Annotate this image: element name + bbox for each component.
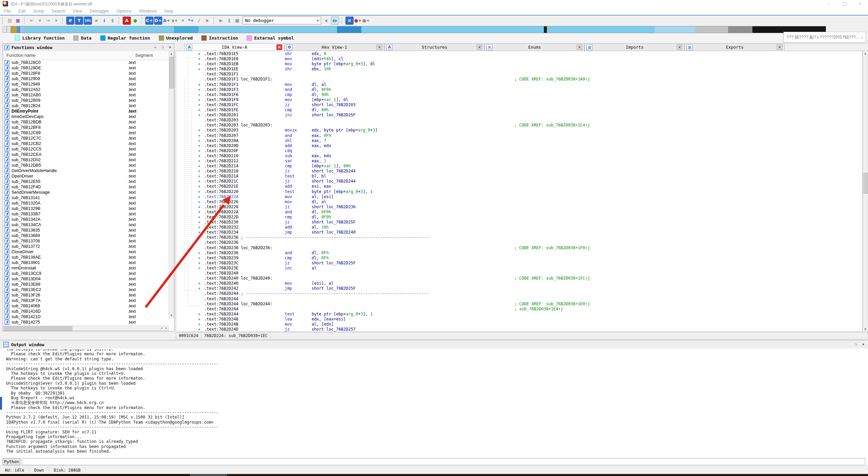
function-row[interactable]: fsub_76B13F7A.text	[3, 298, 169, 303]
tab-close-icon[interactable]: ×	[276, 44, 282, 50]
function-row[interactable]: fsub_76B134CA.text	[3, 222, 169, 228]
debug-run-icon[interactable]: ▶	[217, 17, 225, 24]
disasm-line[interactable]: .text:76B2D20F cdq	[204, 148, 590, 153]
menu-file[interactable]: File	[0, 8, 15, 14]
function-row[interactable]: fsub_76B12AB0.text	[3, 92, 169, 98]
menu-windows[interactable]: Windows	[135, 8, 161, 14]
disasm-line[interactable]: .text:76B2D212 sar eax, 1	[204, 159, 590, 164]
functions-vscrollbar[interactable]: ▲ ▼	[169, 51, 174, 318]
disasm-line[interactable]: .text:76B2D1F1 loc_76B2D1F1: ; CODE XREF…	[204, 77, 590, 82]
function-row[interactable]: fGetDriverModuleHandle.text	[3, 168, 169, 173]
disasm-line[interactable]: .text:76B2D220 test byte ptr [ebp+arg_0+…	[204, 189, 590, 194]
menu-debugger[interactable]: Debugger	[86, 8, 113, 14]
tab-exports[interactable]: ▥Exports×	[684, 43, 785, 51]
tab-close-icon[interactable]: ×	[577, 44, 582, 50]
disasm-line[interactable]: .text:76B2D21A test bl, bl	[204, 174, 590, 179]
menu-view[interactable]: View	[69, 8, 86, 14]
band-left-button[interactable]	[3, 26, 7, 33]
function-row[interactable]: fsub_76B128DE.text	[3, 65, 169, 71]
function-row[interactable]: fsub_76B12CC5.text	[3, 146, 169, 152]
function-row[interactable]: fsub_76B13D04.text	[3, 276, 169, 282]
tab-imports[interactable]: ▤Imports×	[584, 43, 684, 51]
disasm-line[interactable]: .text:76B2D244 loc_76B2D244: ; CODE XREF…	[204, 302, 590, 307]
search-text-icon[interactable]: T	[75, 17, 83, 25]
function-row[interactable]: fsub_76B1342A.text	[3, 217, 169, 222]
disasm-line[interactable]: .text:76B2D20D add eax, edx	[204, 143, 590, 148]
function-row[interactable]: fsub_76B12DB5.text	[3, 163, 169, 168]
function-row[interactable]: fOpenDriver.text	[3, 173, 169, 179]
disasm-line[interactable]: .text:76B2D248 lea edx, [eax+esi]	[204, 317, 590, 322]
functions-column-header[interactable]: Function name Segment	[3, 51, 174, 60]
minimize-button[interactable]: –	[821, 0, 837, 8]
tab-enums[interactable]: ≡Enums×	[484, 43, 584, 51]
edit-icon[interactable]: /	[195, 17, 203, 24]
ow-restore-icon[interactable]: ❐	[853, 342, 859, 347]
disasm-line[interactable]: .text:76B2D21E add esi, eax	[204, 184, 590, 189]
forward-caret-icon[interactable]: ▾	[52, 17, 60, 24]
column-function-name[interactable]: Function name	[6, 53, 35, 58]
disasm-line[interactable]: .text:76B2D224 mov al, [esi]	[204, 194, 590, 199]
function-row[interactable]: fsub_76B12BDB.text	[3, 119, 169, 125]
search-number-icon[interactable]: #	[66, 17, 74, 25]
function-row[interactable]: fsub_76B12CB2.text	[3, 141, 169, 146]
function-row[interactable]: fsub_76B1320A.text	[3, 200, 169, 206]
disasm-line[interactable]: .text:76B2D242 jmp short loc_76B2D25F	[204, 286, 590, 291]
function-row[interactable]: fsub_76B13E88.text	[3, 282, 169, 287]
disasm-line[interactable]: .text:76B2D214 cmp [ebp+var_1], 80h	[204, 164, 590, 169]
disasm-line[interactable]: .text:76B2D232 add al, 10h	[204, 225, 590, 230]
save-icon[interactable]: ▦	[14, 17, 22, 24]
close-button[interactable]: ×	[852, 0, 868, 8]
menu-help[interactable]: Help	[161, 8, 177, 14]
disasm-line[interactable]: .text:76B2D210 sub eax, edx	[204, 153, 590, 159]
function-row[interactable]: fsub_76B12949.text	[3, 81, 169, 87]
breakpoint-list-icon[interactable]: ≡	[345, 17, 354, 25]
disasm-line[interactable]: .text:76B2D201 jnz short loc_76B2D25F	[204, 113, 590, 118]
function-row[interactable]: fsub_76B1421D.text	[3, 314, 169, 319]
breakpoint-add-icon[interactable]: ●+	[354, 17, 362, 24]
create-string-icon[interactable]: s+	[171, 17, 178, 24]
disasm-line[interactable]: .text:76B2D22A and dl, 0F0h	[204, 210, 590, 215]
navigation-band[interactable]	[11, 26, 826, 33]
tab-structures[interactable]: AStructures×	[384, 43, 484, 51]
function-row[interactable]: fsub_76B13708.text	[3, 238, 169, 244]
function-row[interactable]: fsub_76B12D02.text	[3, 157, 169, 163]
function-row[interactable]: fsub_76B13689.text	[3, 233, 169, 238]
run-to-cursor-icon[interactable]: c▸	[331, 17, 339, 25]
create-function-icon[interactable]: *+	[187, 17, 195, 24]
disasm-line[interactable]: .text:76B2D1F9 mov [ebp+var_1], dl	[204, 97, 590, 102]
disasm-line[interactable]: .text:76B2D1FC jz short loc_76B2D203	[204, 102, 590, 108]
create-code-icon[interactable]: C+	[145, 17, 153, 25]
function-row[interactable]: fmmDrvInstall.text	[3, 265, 169, 271]
attach-process-icon[interactable]: c	[323, 17, 330, 24]
disasm-line[interactable]: .text:76B2D24B mov al, [edx]	[204, 322, 590, 327]
menu-search[interactable]: Search	[48, 8, 69, 14]
create-data-icon[interactable]: D+	[154, 17, 162, 25]
back-icon[interactable]: ←	[28, 17, 35, 24]
notification-close-icon[interactable]: x	[861, 35, 863, 39]
band-right-button[interactable]	[7, 26, 11, 33]
functions-hscrollbar[interactable]: ◂ ▸	[3, 326, 169, 331]
search-gray-icon[interactable]: ∞	[93, 17, 100, 24]
breakpoint-del-icon[interactable]: ●×	[362, 17, 370, 24]
disasm-line[interactable]: .text:76B2D244 ; -----------------------…	[204, 291, 590, 296]
disasm-line[interactable]: .text:76B2D24D jz short loc_76B2D257	[204, 327, 590, 332]
disasm-line[interactable]: .text:76B2D23C jz short loc_76B2D25F	[204, 261, 590, 266]
string-caret-icon[interactable]: ▾	[179, 17, 187, 24]
function-row[interactable]: fsub_76B12CEA.text	[3, 152, 169, 157]
function-row[interactable]: fsub_76B1416D.text	[3, 309, 169, 314]
scroll-right-icon[interactable]: ▸	[165, 326, 167, 330]
function-row[interactable]: fsub_76B13CC9.text	[3, 271, 169, 276]
debug-pause-icon[interactable]: ‖	[225, 17, 233, 24]
fw-close-icon[interactable]: ×	[167, 45, 173, 50]
tab-close-icon[interactable]: ×	[777, 44, 782, 50]
function-row[interactable]: fsub_76B12B09.text	[3, 98, 169, 103]
disasm-line[interactable]: .text:76B2D20A shl eax, 7	[204, 138, 590, 143]
ow-close-icon[interactable]: ×	[861, 342, 866, 347]
function-row[interactable]: fsub_76B12E55.text	[3, 179, 169, 184]
function-row[interactable]: fsub_76B1329B.text	[3, 206, 169, 211]
fw-minimize-icon[interactable]: ▭	[152, 45, 158, 50]
disasm-line[interactable]: .text:76B2D236	[204, 240, 590, 245]
disasm-line[interactable]: .text:76B2D1F6 cmp dl, 90h	[204, 92, 590, 97]
disasm-line[interactable]: .text:76B2D1EE shr ebx, 10h	[204, 67, 590, 72]
function-row[interactable]: fsub_76B13EC2.text	[3, 287, 169, 292]
